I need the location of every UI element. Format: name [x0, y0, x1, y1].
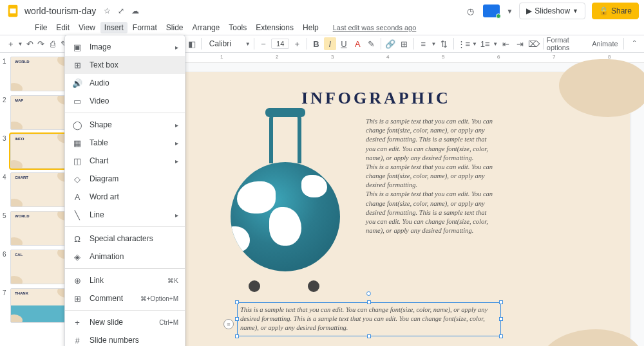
thumbnail-2[interactable]: MAP — [10, 95, 72, 130]
slideshow-button[interactable]: ▶ Slideshow ▼ — [519, 3, 585, 19]
text-color-button[interactable]: A — [352, 37, 364, 50]
line-icon: ╲ — [71, 210, 83, 220]
word-art-icon: A — [71, 192, 83, 202]
menu-format[interactable]: Format — [129, 22, 161, 33]
italic-button[interactable]: I — [324, 37, 336, 50]
insert-menu-new-slide[interactable]: +New slideCtrl+M — [65, 313, 185, 331]
bullet-list-button[interactable]: ⋮≡ — [457, 37, 470, 50]
slides-logo[interactable] — [5, 3, 21, 19]
number-list-button[interactable]: 1≡ — [479, 37, 491, 50]
increase-size[interactable]: + — [291, 37, 303, 50]
doc-title[interactable]: world-tourism-day — [24, 6, 96, 16]
indent-less-button[interactable]: ⇤ — [500, 37, 512, 50]
cloud-icon[interactable]: ☁ — [129, 6, 141, 15]
shape-icon: ◯ — [71, 120, 83, 130]
comment-icon: ⊞ — [71, 294, 83, 304]
thumbnail-5[interactable]: WORLD — [10, 211, 72, 246]
thumbnail-1[interactable]: WORLD — [10, 57, 72, 91]
insert-menu-audio[interactable]: 🔊Audio — [65, 74, 185, 92]
align-button[interactable]: ≡ — [417, 37, 430, 50]
video-icon: ▭ — [71, 96, 83, 106]
insert-menu-table[interactable]: ▦Table▸ — [65, 134, 185, 152]
bg-shape — [559, 59, 644, 117]
insert-menu-dropdown: ▣Image▸⊞Text box🔊Audio▭Video◯Shape▸▦Tabl… — [64, 35, 185, 346]
insert-menu-image[interactable]: ▣Image▸ — [65, 38, 185, 56]
move-icon[interactable]: ⤢ — [115, 6, 127, 15]
chevron-right-icon: ▸ — [175, 212, 178, 219]
meet-button[interactable] — [483, 5, 500, 17]
image-icon: ▣ — [71, 42, 83, 52]
bg-shape — [540, 329, 643, 346]
slide-title[interactable]: INFOGRAPHIC — [301, 89, 451, 108]
insert-menu-chart[interactable]: ◫Chart▸ — [65, 152, 185, 170]
undo-button[interactable]: ↶ — [26, 37, 35, 50]
chevron-right-icon: ▸ — [175, 140, 178, 147]
menu-edit[interactable]: Edit — [52, 22, 73, 33]
star-icon[interactable]: ☆ — [101, 6, 113, 15]
slide-numbers-icon: # — [71, 336, 83, 345]
thumbnail-4[interactable]: CHART — [10, 172, 72, 207]
bold-button[interactable]: B — [310, 37, 323, 50]
menu-slide[interactable]: Slide — [162, 22, 187, 33]
text-box-icon: ⊞ — [71, 60, 83, 70]
insert-menu-special-characters[interactable]: ΩSpecial characters — [65, 230, 185, 248]
collapse-toolbar-button[interactable]: ˆ — [629, 37, 640, 50]
insert-menu-diagram[interactable]: ◇Diagram — [65, 170, 185, 188]
font-select[interactable]: Calibri — [205, 37, 243, 50]
menu-insert[interactable]: Insert — [100, 22, 128, 33]
insert-menu-line[interactable]: ╲Line▸ — [65, 206, 185, 224]
slide-canvas[interactable]: INFOGRAPHIC This is a sample text that y… — [108, 72, 630, 346]
underline-button[interactable]: U — [338, 37, 350, 50]
line-spacing-button[interactable]: ⇅ — [438, 37, 450, 50]
insert-menu-shape[interactable]: ◯Shape▸ — [65, 116, 185, 134]
insert-menu-link[interactable]: ⊕Link⌘K — [65, 271, 185, 289]
history-icon[interactable]: ◷ — [464, 5, 477, 17]
chevron-right-icon: ▸ — [175, 122, 178, 129]
suitcase-graphic[interactable] — [218, 112, 353, 292]
comment-button[interactable]: ⊞ — [399, 37, 411, 50]
insert-menu-slide-numbers[interactable]: #Slide numbers — [65, 331, 185, 346]
table-icon: ▦ — [71, 138, 83, 148]
indent-more-button[interactable]: ⇥ — [514, 37, 526, 50]
fill-color-button[interactable]: ◧ — [185, 37, 198, 50]
menu-arrange[interactable]: Arrange — [189, 22, 224, 33]
animate-button[interactable]: Animate — [592, 40, 618, 48]
last-edit-link[interactable]: Last edit was seconds ago — [329, 23, 421, 33]
new-slide-button[interactable]: + — [6, 37, 15, 50]
share-button[interactable]: 🔒 Share — [592, 3, 639, 19]
body-text-box[interactable]: This is a sample text that you can edit.… — [366, 117, 495, 235]
menu-bar: File Edit View Insert Format Slide Arran… — [0, 21, 644, 35]
insert-menu-comment[interactable]: ⊞Comment⌘+Option+M — [65, 289, 185, 307]
drag-handle-icon[interactable]: ≡ — [223, 319, 234, 329]
menu-extensions[interactable]: Extensions — [252, 22, 298, 33]
menu-file[interactable]: File — [31, 22, 51, 33]
menu-help[interactable]: Help — [299, 22, 323, 33]
thumbnail-3[interactable]: INFO — [10, 134, 72, 168]
insert-menu-text-box[interactable]: ⊞Text box — [65, 56, 185, 74]
animation-icon: ◈ — [71, 252, 83, 262]
chart-icon: ◫ — [71, 156, 83, 166]
chevron-right-icon: ▸ — [175, 44, 178, 51]
insert-menu-animation[interactable]: ◈Animation — [65, 248, 185, 266]
highlight-button[interactable]: ✎ — [366, 37, 378, 50]
insert-menu-word-art[interactable]: AWord art — [65, 188, 185, 206]
link-icon: ⊕ — [71, 276, 83, 286]
diagram-icon: ◇ — [71, 174, 83, 184]
print-button[interactable]: ⎙ — [48, 37, 57, 50]
font-size[interactable]: 14 — [271, 39, 289, 49]
decrease-size[interactable]: − — [258, 37, 270, 50]
new-slide-icon: + — [71, 318, 83, 327]
menu-tools[interactable]: Tools — [225, 22, 251, 33]
thumbnail-7[interactable]: THANK — [10, 288, 72, 323]
link-button[interactable]: 🔗 — [384, 37, 397, 50]
redo-button[interactable]: ↷ — [37, 37, 46, 50]
selected-text-box[interactable]: This is a sample text that you can edit.… — [237, 302, 501, 336]
insert-menu-video[interactable]: ▭Video — [65, 92, 185, 110]
format-options-button[interactable]: Format options — [547, 36, 588, 51]
thumbnail-6[interactable]: CAL — [10, 250, 72, 284]
chevron-right-icon: ▸ — [175, 158, 178, 165]
special-characters-icon: Ω — [71, 234, 83, 244]
svg-rect-1 — [10, 8, 15, 13]
clear-format-button[interactable]: ⌦ — [527, 37, 540, 50]
menu-view[interactable]: View — [75, 22, 99, 33]
